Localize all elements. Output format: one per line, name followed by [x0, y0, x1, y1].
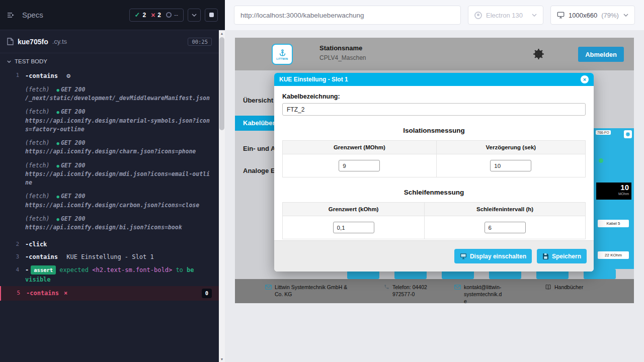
status-dot: ● [56, 87, 59, 93]
chevron-down-icon [623, 14, 628, 17]
test-body-label: TEST BODY [15, 58, 47, 64]
loop-table: Grenzwert (kOhm) Schleifenintervall (h) [282, 202, 586, 239]
aut-region: Electron 130 1000x660 (79%) [225, 0, 644, 362]
display-einschalten-button[interactable]: Display einschalten [454, 249, 532, 263]
iso-col2-header: Verzögerung (sek) [436, 141, 585, 154]
test-stats: ✓ 2 × 2 -- [129, 9, 184, 22]
network-log-entry[interactable]: (fetch)●GET 200 https://api.iconify.desi… [25, 161, 212, 188]
loop-grenzwert-input[interactable] [333, 222, 374, 233]
loop-heading: Schleifenmessung [282, 189, 586, 196]
status-dot: ● [56, 163, 59, 168]
floppy-disk-icon [542, 253, 549, 259]
close-button[interactable]: × [581, 75, 589, 83]
specs-label[interactable]: Specs [22, 11, 43, 19]
iso-verzoegerung-input[interactable] [490, 160, 531, 171]
scroll-up-arrow[interactable]: ▲ [219, 30, 225, 36]
status-led [599, 158, 603, 163]
kue-settings-modal: KUE Einstellung - Slot 1 × Kabelbezeichn… [274, 73, 594, 272]
command-row[interactable]: 1 -contains ⚙ [0, 69, 219, 83]
test-body-section[interactable]: TEST BODY [0, 53, 219, 69]
assert-element: <h2.text-sm.font-bold> [92, 266, 172, 274]
check-icon: ✓ [135, 11, 140, 19]
collapse-button[interactable] [188, 9, 201, 22]
status-dot: ● [56, 141, 59, 146]
loop-col2-header: Schleifenintervall (h) [425, 203, 586, 216]
close-icon: × [64, 289, 67, 298]
book-icon [545, 284, 551, 292]
anchor-icon [278, 49, 287, 57]
speichern-button[interactable]: Speichern [537, 249, 587, 263]
loop-col1-header: Grenzwert (kOhm) [283, 203, 425, 216]
line-number: 4 [0, 265, 25, 273]
viewport-selector[interactable]: 1000x660 (79%) [550, 6, 635, 25]
assert-row[interactable]: 4 -assertexpected <h2.text-sm.font-bold>… [0, 264, 219, 286]
screen: Specs ✓ 2 × 2 -- [0, 0, 644, 362]
monitor-icon [460, 253, 467, 259]
command-row[interactable]: 3 -contains KUE Einstellung - Slot 1 [0, 251, 219, 263]
command-argument: KUE Einstellung - Slot 1 [66, 253, 153, 260]
nav-item-uebersicht[interactable]: Übersicht [243, 97, 273, 104]
cross-icon: × [151, 11, 155, 19]
scrollbar-thumb[interactable] [219, 37, 224, 130]
modal-title: KUE Einstellung - Slot 1 [279, 76, 348, 83]
iso-grenzwert-input[interactable] [339, 160, 380, 171]
failed-command-row[interactable]: 5 -contains × 0 [0, 286, 219, 301]
spec-name[interactable]: kue705fo [18, 38, 48, 46]
sidebar-scrollbar[interactable]: ▲ ▼ [219, 30, 225, 362]
line-number [0, 84, 25, 85]
line-number: 1 [0, 71, 25, 78]
kabel-label: Kabelbezeichnung: [282, 93, 586, 100]
monitor-icon [557, 12, 565, 19]
modal-header: KUE Einstellung - Slot 1 × [274, 73, 594, 86]
modal-footer: Display einschalten Speichern [274, 240, 594, 272]
kohm-label: 22 KOhm [598, 251, 629, 259]
command-name: -click [25, 241, 47, 248]
stat-pending: -- [166, 12, 178, 19]
app-header: LITTWIN Stationsname CPLV4_Maschen Abmel… [235, 38, 634, 70]
gear-icon: ⚙ [66, 72, 70, 79]
network-log-entry[interactable]: (fetch)●GET 200 https://api.iconify.desi… [25, 215, 212, 232]
network-log-entry[interactable]: (fetch)●GET 200 https://api.iconify.desi… [25, 192, 212, 210]
measurement-display: 10 MOhm [596, 183, 631, 200]
command-name: -contains [25, 72, 58, 79]
network-log-entry[interactable]: (fetch)●GET 200 /_next/static/developmen… [25, 85, 212, 103]
network-log-entry[interactable]: (fetch)●GET 200 https://api.iconify.desi… [25, 108, 212, 134]
phone-icon [384, 284, 389, 298]
retry-count-badge: 0 [202, 289, 212, 298]
mail-icon [454, 284, 461, 303]
slot-gear-button[interactable] [624, 130, 632, 138]
url-input[interactable] [234, 6, 461, 25]
footer-manuals[interactable]: Handbücher [545, 284, 583, 292]
chevron-down-icon [192, 14, 197, 17]
scroll-down-arrow[interactable]: ▼ [219, 356, 225, 362]
command-row[interactable]: 2 -click [0, 238, 219, 251]
station-value: CPLV4_Maschen [319, 54, 366, 61]
line-number: 3 [0, 252, 25, 260]
loop-intervall-input[interactable] [485, 222, 526, 233]
logout-button[interactable]: Abmelden [578, 47, 624, 62]
settings-gear-icon[interactable] [533, 48, 544, 62]
viewport-scale: (79%) [601, 12, 619, 19]
line-number: 5 [1, 289, 26, 296]
app-footer: Littwin Systemtechnik GmbH & Co. KG Tele… [235, 279, 634, 303]
kabel-label: Kabel 5 [598, 220, 629, 227]
nav-item-analoge-eingaenge[interactable]: Analoge Ei [243, 167, 277, 174]
littwin-logo: LITTWIN [272, 44, 293, 65]
aut-stage: LITTWIN Stationsname CPLV4_Maschen Abmel… [225, 30, 644, 362]
chevron-down-icon [532, 14, 537, 17]
footer-phone: Telefon: 04402 972577-0 [384, 284, 443, 298]
command-name: -contains [26, 289, 59, 298]
iso-col1-header: Grenzwert (MOhm) [283, 141, 437, 154]
browser-selector[interactable]: Electron 130 [468, 6, 543, 25]
kabelbezeichnung-input[interactable] [282, 103, 586, 116]
cypress-sidebar: Specs ✓ 2 × 2 -- [0, 0, 225, 362]
line-number: 2 [0, 240, 25, 247]
footer-email[interactable]: kontakt@littwin-systemtechnik.de [454, 284, 505, 303]
stop-icon [209, 13, 214, 17]
spec-timer: 00:25 [188, 38, 212, 46]
network-log-entry[interactable]: (fetch)●GET 200 https://api.iconify.desi… [25, 139, 212, 156]
iso-table: Grenzwert (MOhm) Verzögerung (sek) [282, 140, 586, 177]
browser-label: Electron 130 [486, 12, 523, 19]
stop-button[interactable] [205, 9, 218, 22]
specs-icon[interactable] [7, 12, 15, 19]
